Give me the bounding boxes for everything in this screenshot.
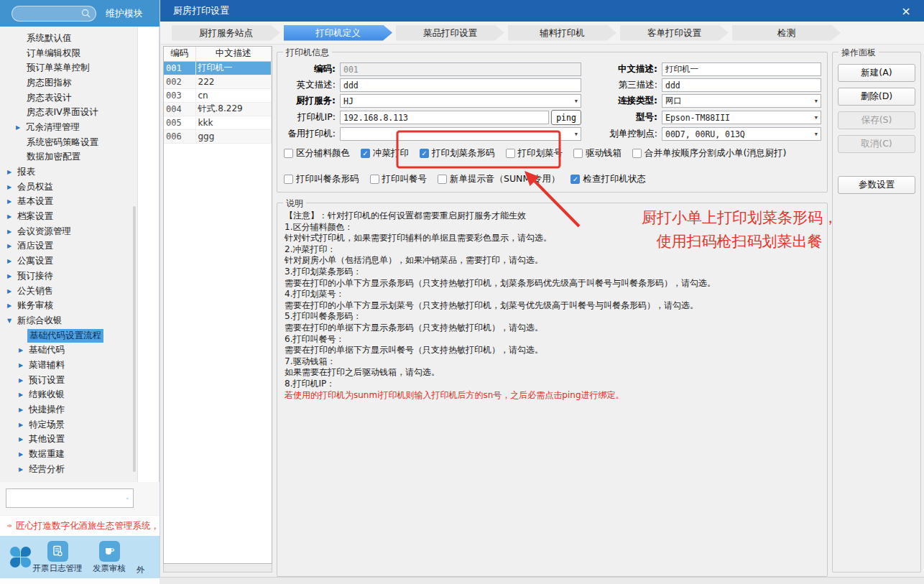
new-button[interactable]: 新建(A) — [838, 64, 915, 82]
cancel-button[interactable]: 取消(C) — [838, 135, 915, 153]
col-header-code[interactable]: 编码 — [164, 47, 195, 61]
sidebar-item-24[interactable]: ▶预订设置 — [0, 373, 137, 388]
checkbox-5[interactable]: 驱动钱箱 — [573, 147, 622, 159]
chevron-right-icon: ▶ — [7, 169, 15, 175]
module-tab-maintenance[interactable]: 维护模块 — [106, 7, 143, 20]
field-select[interactable]: 00D7, 00RU, 013Q▼ — [662, 127, 821, 141]
checkbox-6[interactable]: 合并单按顺序分割成小单(消息厨打) — [632, 147, 786, 159]
chevron-right-icon: ▶ — [7, 258, 15, 264]
sidebar-item-10[interactable]: ▶报表 — [0, 164, 137, 180]
tab-3[interactable]: 菜品打印设置 — [396, 25, 504, 41]
ping-button[interactable]: ping — [551, 110, 581, 125]
sidebar-item-11[interactable]: ▶会员权益 — [0, 180, 137, 195]
chevron-right-icon: ▶ — [7, 213, 15, 220]
field-label: 英文描述: — [280, 79, 338, 91]
sidebar-item-15[interactable]: ▶酒店设置 — [0, 239, 137, 254]
checkbox-3[interactable]: ✓打印划菜条形码 — [420, 147, 495, 159]
sidebar-item-1[interactable]: 系统默认值 — [0, 31, 137, 46]
sidebar-item-label: 数据加密配置 — [24, 150, 83, 164]
field-label: 打印机IP: — [280, 111, 338, 124]
field-input[interactable]: ddd — [662, 78, 821, 92]
tab-6[interactable]: 检测 — [732, 25, 841, 41]
checkbox-2[interactable]: 打印叫餐号 — [370, 173, 428, 185]
sidebar-item-4[interactable]: 房态图指标 — [0, 75, 137, 91]
checkbox-2[interactable]: ✓冲菜打印 — [361, 147, 409, 159]
table-row-006[interactable]: 006ggg — [164, 129, 272, 143]
checkbox-4[interactable]: ✓检查打印机状态 — [570, 173, 646, 185]
sidebar-item-5[interactable]: 房态表设计 — [0, 91, 137, 106]
checkbox-label: 检查打印机状态 — [583, 173, 646, 185]
tree-search-box[interactable] — [6, 488, 134, 508]
sidebar-tree-wrap: 系统默认值订单编辑权限预订单菜单控制房态图指标房态表设计房态表IV界面设计▶冗余… — [0, 27, 160, 482]
field-input[interactable]: 打印机一 — [662, 62, 821, 76]
field-select[interactable]: Epson-TM88III▼ — [662, 111, 821, 124]
close-icon[interactable]: × — [898, 3, 914, 19]
sidebar-item-7[interactable]: ▶冗余清理管理 — [0, 120, 137, 135]
sidebar-item-28[interactable]: ▶其他设置 — [0, 432, 137, 448]
module-search-box[interactable] — [11, 6, 96, 22]
checkbox-1[interactable]: 区分辅料颜色 — [284, 147, 350, 159]
table-row-001[interactable]: 001打印机一 — [164, 61, 272, 75]
sidebar-item-8[interactable]: 系统密码策略设置 — [0, 135, 137, 150]
sidebar: 维护模块 系统默认值订单编辑权限预订单菜单控制房态图指标房态表设计房态表IV界面… — [0, 0, 160, 584]
tab-2[interactable]: 打印机定义 — [284, 25, 392, 41]
sidebar-item-23[interactable]: ▶菜谱辅料 — [0, 358, 137, 373]
field-input[interactable]: ddd — [340, 78, 581, 92]
sidebar-item-2[interactable]: 订单编辑权限 — [0, 46, 137, 61]
field-select[interactable]: HJ▼ — [340, 94, 581, 108]
col-header-name[interactable]: 中文描述 — [195, 47, 272, 61]
checkbox-1[interactable]: 打印叫餐条形码 — [284, 173, 359, 185]
sidebar-item-25[interactable]: ▶结账收银 — [0, 388, 137, 403]
tab-5[interactable]: 客单打印设置 — [620, 25, 729, 41]
sidebar-item-9[interactable]: 数据加密配置 — [0, 150, 137, 165]
sidebar-item-18[interactable]: ▶公关销售 — [0, 284, 137, 299]
chevron-right-icon: ▶ — [7, 228, 15, 235]
more-module-label[interactable]: 外 — [137, 565, 145, 575]
chevron-right-icon: ▶ — [7, 273, 15, 279]
checkbox-3[interactable]: 新单提示音（SUNMI专用） — [438, 173, 560, 185]
sidebar-item-26[interactable]: ▶快捷操作 — [0, 402, 137, 417]
chevron-right-icon: ▶ — [7, 243, 15, 249]
delete-button[interactable]: 删除(D) — [838, 88, 915, 106]
sidebar-item-29[interactable]: ▶数据重建 — [0, 447, 137, 462]
sidebar-item-20[interactable]: ▼新综合收银 — [0, 313, 137, 328]
printer-ip-input[interactable]: 192.168.8.113 — [340, 111, 549, 124]
field-select[interactable]: ▼ — [340, 127, 581, 141]
tab-1[interactable]: 厨打服务站点 — [172, 25, 280, 41]
params-button[interactable]: 参数设置 — [838, 176, 915, 194]
sidebar-item-12[interactable]: ▶基本设置 — [0, 195, 137, 210]
sidebar-item-3[interactable]: 预订单菜单控制 — [0, 60, 137, 75]
sidebar-item-22[interactable]: ▶基础代码 — [0, 343, 137, 358]
table-row-003[interactable]: 003cn — [164, 88, 272, 102]
sidebar-item-30[interactable]: ▶经营分析 — [0, 462, 137, 477]
table-row-005[interactable]: 005kkk — [164, 116, 272, 129]
printer-list-hscrollbar[interactable] — [163, 564, 272, 573]
sidebar-item-17[interactable]: ▶预订接待 — [0, 269, 137, 284]
sidebar-item-14[interactable]: ▶会议资源管理 — [0, 224, 137, 239]
description-line-14: 7.驱动钱箱： — [285, 356, 820, 368]
tree-scrollbar[interactable] — [133, 206, 136, 472]
checkbox-4[interactable]: 打印划菜号 — [506, 147, 563, 159]
sidebar-item-13[interactable]: ▶档案设置 — [0, 209, 137, 224]
printer-code-cell: 001 — [164, 61, 195, 75]
sidebar-item-16[interactable]: ▶公寓设置 — [0, 254, 137, 269]
module-search-input[interactable] — [24, 9, 81, 19]
save-button[interactable]: 保存(S) — [838, 111, 915, 129]
invoice-log-button[interactable]: 开票日志管理 — [32, 541, 83, 574]
sidebar-item-21[interactable]: 基础代码设置流程 — [0, 328, 137, 343]
field-select[interactable]: 网口▼ — [662, 94, 821, 108]
field-label: 厨打服务: — [280, 95, 338, 107]
tree-search-input[interactable] — [6, 493, 126, 504]
description-line-3: 针对针式打印机，如果需要打印辅料的单据且需要彩色显示，请勾选。 — [285, 233, 820, 244]
invoice-audit-button[interactable]: 发票审核 — [83, 541, 135, 574]
action-panel-column: 操作面板 新建(A)删除(D)保存(S)取消(C)参数设置 — [832, 45, 921, 577]
sidebar-item-27[interactable]: ▶特定场景 — [0, 417, 137, 432]
table-row-002[interactable]: 002222 — [164, 75, 272, 88]
tab-4[interactable]: 辅料打印机 — [508, 25, 616, 41]
chevron-right-icon: ▶ — [19, 377, 27, 384]
table-row-004[interactable]: 004针式.8.229 — [164, 102, 272, 116]
field-input[interactable]: 001 — [340, 62, 581, 76]
sidebar-search-row — [0, 482, 160, 515]
sidebar-item-19[interactable]: ▶账务审核 — [0, 298, 137, 313]
sidebar-item-6[interactable]: 房态表IV界面设计 — [0, 105, 137, 120]
